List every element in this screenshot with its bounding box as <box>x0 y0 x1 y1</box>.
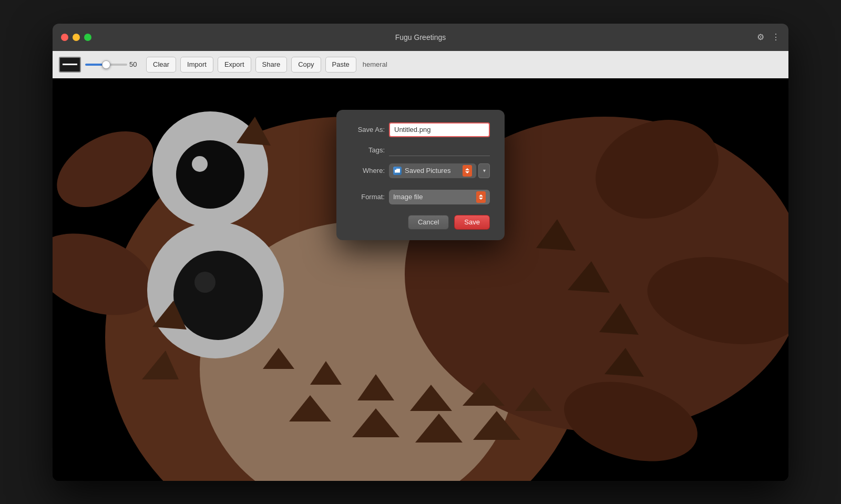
titlebar: Fugu Greetings ⚙ ⋮ <box>53 24 788 51</box>
where-row: Where: Saved Pictures <box>351 163 490 178</box>
slider-value: 50 <box>129 60 142 68</box>
format-stepper-down <box>479 198 483 200</box>
save-dialog: Save As: Tags: Where: <box>336 110 505 240</box>
export-button[interactable]: Export <box>218 57 251 73</box>
folder-icon-inner <box>395 169 400 173</box>
save-as-row: Save As: <box>351 122 490 137</box>
ephemeral-text: hemeral <box>363 60 387 68</box>
save-button[interactable]: Save <box>454 215 490 230</box>
cancel-button[interactable]: Cancel <box>408 215 449 230</box>
format-stepper-up <box>479 194 483 197</box>
minimize-button[interactable] <box>73 34 80 41</box>
stepper-up-arrow <box>465 168 469 170</box>
copy-button[interactable]: Copy <box>291 57 321 73</box>
toolbar: 50 Clear Import Export Share Copy Paste … <box>53 51 788 78</box>
close-button[interactable] <box>61 34 68 41</box>
format-row: Format: Image file <box>351 190 490 204</box>
where-expand-button[interactable]: ▾ <box>478 163 490 178</box>
window-title: Fugu Greetings <box>395 33 446 42</box>
brush-inner <box>63 64 77 65</box>
format-dropdown[interactable]: Image file <box>389 190 490 204</box>
traffic-lights <box>61 34 91 41</box>
import-button[interactable]: Import <box>180 57 213 73</box>
format-label: Format: <box>351 193 385 201</box>
brush-preview <box>59 57 81 73</box>
extensions-icon[interactable]: ⚙ <box>757 32 764 42</box>
dialog-buttons: Cancel Save <box>351 215 490 230</box>
format-stepper[interactable] <box>476 191 486 203</box>
where-label: Where: <box>351 167 385 174</box>
where-select-wrap: Saved Pictures ▾ <box>389 163 490 178</box>
size-slider-container: 50 <box>85 60 142 68</box>
where-stepper[interactable] <box>463 165 472 177</box>
where-dropdown[interactable]: Saved Pictures <box>389 163 476 178</box>
size-slider[interactable] <box>85 64 127 66</box>
chevron-down-icon: ▾ <box>483 168 486 173</box>
stepper-down-arrow <box>465 171 469 173</box>
modal-overlay: Save As: Tags: Where: <box>53 78 788 481</box>
tags-field[interactable] <box>389 145 490 156</box>
format-value: Image file <box>393 193 476 201</box>
maximize-button[interactable] <box>84 34 91 41</box>
app-window: Fugu Greetings ⚙ ⋮ 50 Clear Import Expor… <box>53 24 788 481</box>
menu-icon[interactable]: ⋮ <box>772 32 780 42</box>
tags-row: Tags: <box>351 145 490 156</box>
folder-icon <box>393 167 402 175</box>
tags-label: Tags: <box>351 146 385 154</box>
where-value: Saved Pictures <box>405 167 459 174</box>
canvas-area[interactable]: Save As: Tags: Where: <box>53 78 788 481</box>
titlebar-actions: ⚙ ⋮ <box>757 32 780 42</box>
paste-button[interactable]: Paste <box>325 57 356 73</box>
save-as-input[interactable] <box>389 122 490 137</box>
clear-button[interactable]: Clear <box>146 57 176 73</box>
share-button[interactable]: Share <box>255 57 288 73</box>
save-as-label: Save As: <box>351 126 385 133</box>
